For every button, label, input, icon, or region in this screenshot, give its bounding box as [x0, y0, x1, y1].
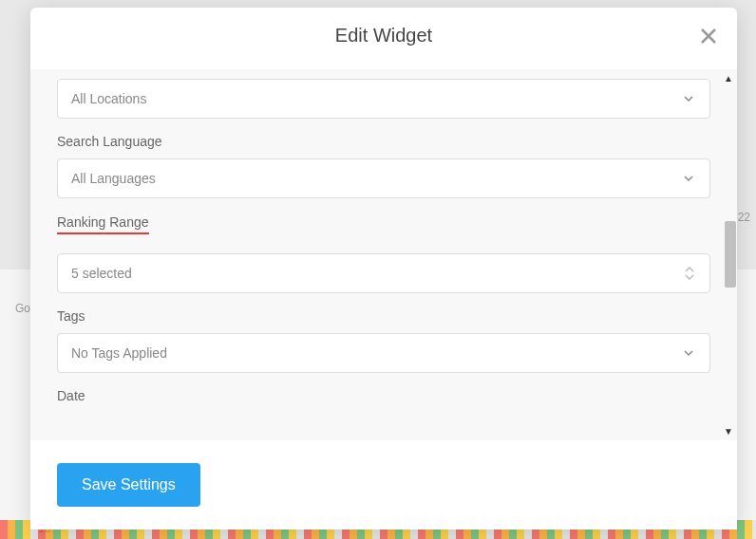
- modal-header: Edit Widget: [30, 8, 737, 69]
- modal-footer: Save Settings: [30, 440, 737, 530]
- chevron-down-icon: [683, 347, 694, 359]
- close-button[interactable]: [697, 25, 720, 47]
- search-language-group: Search Language All Languages: [57, 134, 710, 198]
- chevron-down-icon: [683, 173, 694, 184]
- date-label-partial: Date: [57, 388, 710, 403]
- tags-select[interactable]: No Tags Applied: [57, 333, 710, 373]
- edit-widget-modal: Edit Widget ▲ ▼ All Locations Search Lan…: [30, 8, 737, 530]
- tags-label: Tags: [57, 308, 710, 324]
- search-language-select[interactable]: All Languages: [57, 158, 710, 198]
- bg-label-left: Go: [15, 302, 30, 315]
- search-language-label: Search Language: [57, 134, 710, 149]
- ranking-range-select[interactable]: 5 selected: [57, 253, 710, 293]
- ranking-range-group: Ranking Range 5 selected: [57, 214, 710, 293]
- close-icon: [700, 28, 717, 45]
- chevron-down-icon: [683, 93, 694, 104]
- tags-value: No Tags Applied: [71, 345, 167, 361]
- scroll-down-arrow[interactable]: ▼: [724, 426, 733, 437]
- ranking-range-label: Ranking Range: [57, 214, 149, 234]
- location-select[interactable]: All Locations: [57, 79, 710, 119]
- location-group: All Locations: [57, 79, 710, 119]
- search-language-value: All Languages: [71, 171, 156, 186]
- modal-title: Edit Widget: [335, 25, 432, 46]
- location-value: All Locations: [71, 91, 146, 106]
- tags-group: Tags No Tags Applied: [57, 308, 710, 373]
- scroll-up-arrow[interactable]: ▲: [724, 73, 733, 84]
- modal-body[interactable]: ▲ ▼ All Locations Search Language All La…: [30, 69, 737, 440]
- bg-number-right: 22: [738, 211, 750, 224]
- save-settings-button[interactable]: Save Settings: [57, 463, 200, 507]
- ranking-range-value: 5 selected: [71, 266, 132, 281]
- stepper-icon: [685, 267, 694, 280]
- scrollbar-thumb[interactable]: [725, 221, 736, 288]
